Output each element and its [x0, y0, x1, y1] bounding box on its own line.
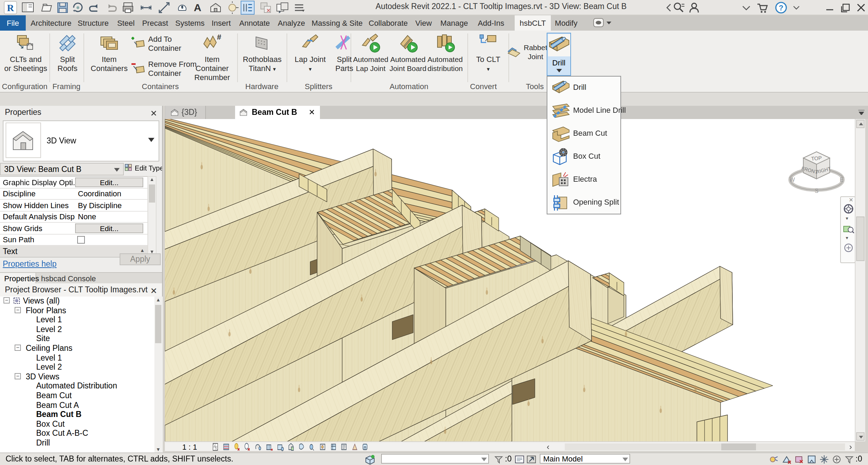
svg-text:1: 1 — [181, 5, 184, 10]
svg-text:W: W — [789, 177, 795, 183]
svg-text:R: R — [7, 2, 14, 13]
svg-text:TOP: TOP — [811, 155, 822, 161]
svg-text:A: A — [194, 2, 201, 13]
svg-text:#: # — [217, 33, 221, 41]
svg-text:S: S — [815, 188, 819, 194]
svg-text:?: ? — [779, 3, 783, 12]
